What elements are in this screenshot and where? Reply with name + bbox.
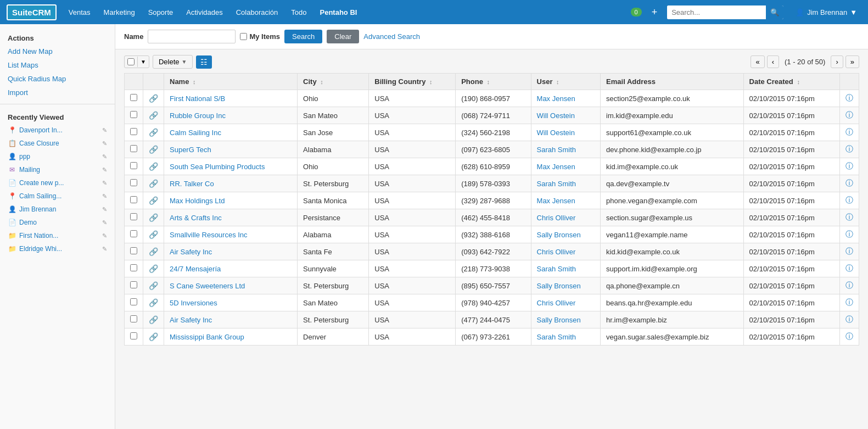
row-user-link[interactable]: Chris Olliver xyxy=(537,299,576,307)
row-info-icon[interactable]: ⓘ xyxy=(845,247,853,255)
row-checkbox[interactable] xyxy=(130,94,137,101)
sidebar-list-maps[interactable]: List Maps xyxy=(0,58,115,72)
row-user-link[interactable]: Max Jensen xyxy=(537,94,575,103)
row-info-icon[interactable]: ⓘ xyxy=(845,93,853,102)
nav-marketing[interactable]: Marketing xyxy=(98,5,141,20)
row-name-link[interactable]: Air Safety Inc xyxy=(170,316,212,324)
row-info-icon[interactable]: ⓘ xyxy=(845,110,853,119)
nav-ventas[interactable]: Ventas xyxy=(63,5,96,20)
advanced-search-button[interactable]: Advanced Search xyxy=(363,32,420,41)
sidebar-quick-radius-map[interactable]: Quick Radius Map xyxy=(0,72,115,86)
nav-actividades[interactable]: Actividades xyxy=(181,5,228,20)
row-name-link[interactable]: S Cane Sweeteners Ltd xyxy=(170,282,245,290)
row-name-link[interactable]: Max Holdings Ltd xyxy=(170,197,225,205)
row-user-link[interactable]: Chris Olliver xyxy=(537,214,576,222)
rv-demo-edit[interactable]: ✎ xyxy=(102,219,107,226)
row-user-link[interactable]: Sarah Smith xyxy=(537,146,576,154)
rv-mailing-edit[interactable]: ✎ xyxy=(102,166,107,174)
row-name-link[interactable]: 24/7 Mensajería xyxy=(170,265,221,273)
nav-soporte[interactable]: Soporte xyxy=(143,5,179,20)
nav-colaboracion[interactable]: Colaboración xyxy=(231,5,284,20)
sidebar-add-new-map[interactable]: Add New Map xyxy=(0,44,115,58)
rv-calm-sailing-edit[interactable]: ✎ xyxy=(102,193,107,200)
delete-button[interactable]: Delete ▼ xyxy=(153,55,193,69)
nav-user-menu[interactable]: 👤 Jim Brennan ▼ xyxy=(791,5,861,19)
nav-add-icon[interactable]: + xyxy=(648,7,661,18)
row-checkbox[interactable] xyxy=(130,298,137,305)
nav-search-input[interactable] xyxy=(667,5,766,19)
row-checkbox[interactable] xyxy=(130,145,137,152)
row-checkbox[interactable] xyxy=(130,196,137,203)
rv-jim-brennan-edit[interactable]: ✎ xyxy=(102,206,107,213)
rv-first-nation-edit[interactable]: ✎ xyxy=(102,232,107,239)
row-checkbox[interactable] xyxy=(130,179,137,186)
next-page-button[interactable]: › xyxy=(831,55,843,68)
rv-eldridge-edit[interactable]: ✎ xyxy=(102,246,107,253)
nav-pentaho-bi[interactable]: Pentaho BI xyxy=(315,5,363,20)
row-name-link[interactable]: First National S/B xyxy=(170,94,225,103)
sidebar-import[interactable]: Import xyxy=(0,86,115,99)
row-name-link[interactable]: Calm Sailing Inc xyxy=(170,129,221,137)
row-user-link[interactable]: Will Oestein xyxy=(537,129,575,137)
row-name-link[interactable]: Smallville Resources Inc xyxy=(170,231,248,239)
clear-button[interactable]: Clear xyxy=(327,30,359,43)
rv-case-closure[interactable]: 📋 Case Closure ✎ xyxy=(0,137,115,150)
rv-case-closure-edit[interactable]: ✎ xyxy=(102,140,107,147)
last-page-button[interactable]: » xyxy=(845,55,859,68)
logo[interactable]: SuiteCRM xyxy=(7,4,57,20)
rv-davenport[interactable]: 📍 Davenport In... ✎ xyxy=(0,124,115,137)
rv-eldridge[interactable]: 📁 Eldridge Whi... ✎ xyxy=(0,242,115,255)
row-checkbox[interactable] xyxy=(130,213,137,220)
th-name[interactable]: Name ↕ xyxy=(164,74,298,90)
rv-mailing[interactable]: ✉ Mailing ✎ xyxy=(0,163,115,176)
row-info-icon[interactable]: ⓘ xyxy=(845,315,853,324)
row-info-icon[interactable]: ⓘ xyxy=(845,127,853,136)
row-user-link[interactable]: Max Jensen xyxy=(537,197,575,205)
row-info-icon[interactable]: ⓘ xyxy=(845,298,853,307)
row-user-link[interactable]: Will Oestein xyxy=(537,112,575,120)
th-billing-country[interactable]: Billing Country ↕ xyxy=(369,74,456,90)
row-name-link[interactable]: South Sea Plumbing Products xyxy=(170,163,265,171)
rv-ppp-edit[interactable]: ✎ xyxy=(102,153,107,160)
select-dropdown-button[interactable]: ▼ xyxy=(137,57,149,67)
row-name-link[interactable]: Air Safety Inc xyxy=(170,248,212,256)
row-user-link[interactable]: Sarah Smith xyxy=(537,180,576,188)
row-checkbox[interactable] xyxy=(130,315,137,322)
row-name-link[interactable]: Rubble Group Inc xyxy=(170,112,226,120)
select-all-checkbox[interactable] xyxy=(127,58,135,65)
row-user-link[interactable]: Sally Bronsen xyxy=(537,316,581,324)
row-name-link[interactable]: 5D Inversiones xyxy=(170,299,217,307)
row-info-icon[interactable]: ⓘ xyxy=(845,161,853,170)
th-phone[interactable]: Phone ↕ xyxy=(456,74,531,90)
rv-ppp[interactable]: 👤 ppp ✎ xyxy=(0,150,115,163)
row-checkbox[interactable] xyxy=(130,332,137,339)
th-city[interactable]: City ↕ xyxy=(298,74,369,90)
row-user-link[interactable]: Sally Bronsen xyxy=(537,231,581,239)
row-user-link[interactable]: Max Jensen xyxy=(537,163,575,171)
row-info-icon[interactable]: ⓘ xyxy=(845,179,853,187)
row-name-link[interactable]: Mississippi Bank Group xyxy=(170,333,244,341)
first-page-button[interactable]: « xyxy=(751,55,764,68)
name-input[interactable] xyxy=(148,30,236,43)
row-checkbox[interactable] xyxy=(130,162,137,169)
th-date-created[interactable]: Date Created ↕ xyxy=(743,74,839,90)
row-name-link[interactable]: Arts & Crafts Inc xyxy=(170,214,222,222)
row-info-icon[interactable]: ⓘ xyxy=(845,230,853,238)
row-checkbox[interactable] xyxy=(130,128,137,135)
rv-calm-sailing[interactable]: 📍 Calm Sailing... ✎ xyxy=(0,190,115,203)
nav-todo[interactable]: Todo xyxy=(285,5,312,20)
row-user-link[interactable]: Sarah Smith xyxy=(537,333,576,341)
row-checkbox[interactable] xyxy=(130,281,137,288)
row-info-icon[interactable]: ⓘ xyxy=(845,196,853,204)
row-name-link[interactable]: RR. Talker Co xyxy=(170,180,214,188)
rv-create-new-edit[interactable]: ✎ xyxy=(102,180,107,187)
row-info-icon[interactable]: ⓘ xyxy=(845,332,853,341)
row-user-link[interactable]: Chris Olliver xyxy=(537,248,576,256)
rv-demo[interactable]: 📄 Demo ✎ xyxy=(0,216,115,229)
my-items-checkbox[interactable] xyxy=(240,33,247,40)
row-user-link[interactable]: Sally Bronsen xyxy=(537,282,581,290)
row-checkbox[interactable] xyxy=(130,264,137,271)
rv-create-new[interactable]: 📄 Create new p... ✎ xyxy=(0,176,115,190)
row-checkbox[interactable] xyxy=(130,230,137,237)
row-checkbox[interactable] xyxy=(130,247,137,254)
